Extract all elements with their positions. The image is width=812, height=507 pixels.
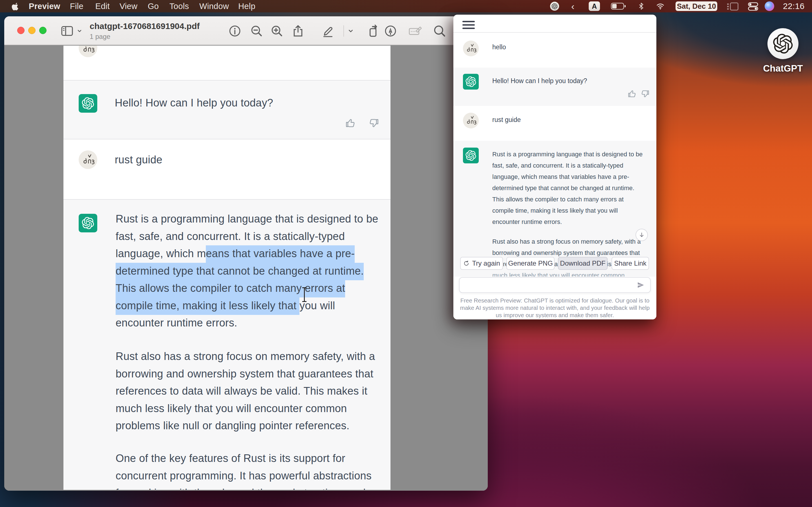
pdf-paragraph-1: Rust is a programming language that is d… [116,210,378,332]
zoom-window-button[interactable] [39,27,47,34]
export-paragraph-1: Rust is a programming language that is d… [492,149,643,228]
share-icon[interactable] [291,24,305,38]
rotate-icon[interactable] [366,24,380,38]
menu-app-name[interactable]: Preview [29,0,60,12]
user-prompt-text: rust guide [492,116,521,124]
menu-item-view[interactable]: View [119,0,138,12]
send-icon[interactable] [637,281,645,289]
pdf-page[interactable]: Hello! How can I help you today? rust gu… [63,46,391,490]
highlight-marker-icon[interactable] [384,24,398,38]
menu-item-file[interactable]: File [70,0,84,12]
pdf-line: much less likely that you will encounter… [116,400,375,417]
footer-disclaimer: Free Research Preview: ChatGPT is optimi… [458,297,652,319]
info-icon[interactable] [228,24,242,38]
window-title: chatgpt-1670681691904.pdf [90,21,200,31]
siri-icon[interactable] [765,1,774,11]
preview-window: chatgpt-1670681691904.pdf 1 page [4,16,488,491]
chat-input[interactable] [459,277,651,293]
pdf-line: borrowing and ownership system that guar… [116,365,375,383]
chatgpt-export-window: hello Hello! How can I help you today? r… [453,15,656,320]
sidebar-toggle-icon[interactable] [60,24,74,38]
control-center-icon[interactable] [748,2,758,12]
export-line: language, which means that variables hav… [492,171,643,182]
user-prompt-text: rust guide [115,154,162,166]
pdf-line: One of the key features of Rust is its s… [116,450,375,467]
search-icon[interactable] [433,24,447,38]
chatgpt-avatar [79,214,97,232]
menu-bar: Preview File Edit View Go Tools Window H… [0,0,812,12]
stage-manager-icon[interactable] [726,2,739,12]
chatgpt-status-icon[interactable] [550,2,559,11]
pdf-view[interactable]: Hello! How can I help you today? rust gu… [4,46,488,491]
page-count: 1 page [90,33,200,41]
fill-sign-icon[interactable] [409,24,423,38]
chevron-left-icon[interactable]: ‹ [571,0,574,12]
share-link-button[interactable]: Share Link [612,257,649,270]
assistant-greeting-text: Hello! How can I help you today? [492,77,587,85]
user-hello-text: hello [492,43,506,51]
text-selection: This allows the compiler to catch many e… [116,280,345,297]
export-line: Rust also has a strong focus on memory s… [492,236,641,247]
pdf-line: compile time, making it less likely that… [116,297,378,315]
menu-item-window[interactable]: Window [199,0,229,12]
assistant-message-row [453,68,656,106]
assistant-message-row [63,80,391,139]
menu-item-edit[interactable]: Edit [95,0,110,12]
minimize-button[interactable] [28,27,36,34]
menu-item-go[interactable]: Go [148,0,159,12]
menu-date[interactable]: Sat, Dec 10 [675,1,717,11]
window-title-block: chatgpt-1670681691904.pdf 1 page [90,21,200,41]
menu-item-tools[interactable]: Tools [169,0,189,12]
thumbs-down-icon[interactable] [368,117,380,129]
pdf-line: Rust also has a strong focus on memory s… [116,348,375,365]
export-line: Rust is a programming language that is d… [492,149,643,160]
scroll-to-bottom-button[interactable] [636,229,648,241]
user-avatar [463,113,479,128]
text-selection: eans that variables have a pre- [206,245,355,263]
thumbs-down-icon[interactable] [641,89,650,99]
apple-menu-icon[interactable] [11,0,20,12]
markup-chevron-icon[interactable] [346,24,356,38]
thumbs-up-icon[interactable] [627,89,637,99]
pdf-line: concurrent programming. It has powerful … [116,467,375,485]
zoom-out-icon[interactable] [250,24,264,38]
export-line: encounter runtime errors. [492,216,643,228]
user-avatar [463,41,479,56]
generate-png-button[interactable]: Generate PNG [506,257,555,270]
try-again-button[interactable]: Try again [460,257,503,270]
chatgpt-desktop-icon-label[interactable]: ChatGPT [752,63,812,74]
export-line: compile time, making it less likely that… [492,205,643,216]
toolbar-divider [343,25,344,37]
chatgpt-avatar [79,94,97,113]
desktop: Preview File Edit View Go Tools Window H… [0,0,812,507]
pdf-line: language, which means that variables hav… [116,245,378,263]
pdf-paragraph-3: One of the key features of Rust is its s… [116,450,375,490]
close-button[interactable] [17,27,24,34]
text-selection: determined type that cannot be changed a… [116,263,364,280]
export-line: determined type that cannot be changed a… [492,182,643,194]
pdf-paragraph-2: Rust also has a strong focus on memory s… [116,348,375,435]
input-source-badge[interactable]: A [589,1,600,11]
thumbs-up-icon[interactable] [345,117,356,129]
preview-titlebar[interactable]: chatgpt-1670681691904.pdf 1 page [4,16,488,45]
header-divider [453,32,656,33]
pdf-line: determined type that cannot be changed a… [116,263,378,280]
sidebar-chevron-icon[interactable] [75,24,84,38]
hamburger-menu-icon[interactable] [462,21,475,29]
export-line: fast, safe, and concurrent. It is a stat… [492,160,643,171]
zoom-in-icon[interactable] [270,24,284,38]
chatgpt-avatar [463,74,479,90]
markup-pencil-icon[interactable] [321,24,335,38]
assistant-greeting-text: Hello! How can I help you today? [115,97,273,109]
pdf-line: encounter runtime errors. [116,314,378,332]
user-avatar [79,151,97,169]
menu-item-help[interactable]: Help [238,0,255,12]
pdf-line: Rust is a programming language that is d… [116,210,378,228]
bluetooth-icon[interactable] [637,2,645,11]
chatgpt-desktop-icon[interactable] [767,28,799,59]
wifi-icon[interactable] [655,2,666,12]
export-line: This allows the compiler to catch many e… [492,194,643,205]
download-pdf-button[interactable]: Download PDF [558,257,608,270]
menu-time[interactable]: 22:16 [783,0,805,12]
pdf-line: This allows the compiler to catch many e… [116,280,378,297]
